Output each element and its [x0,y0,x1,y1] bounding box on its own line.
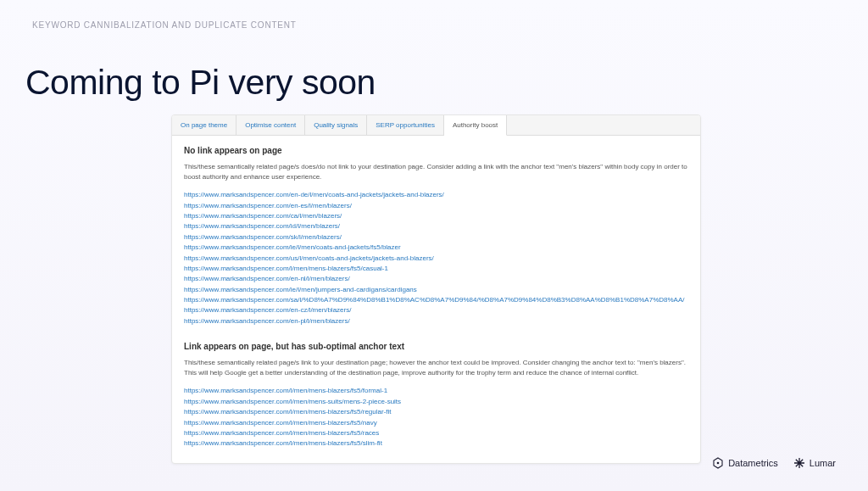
lumar-icon [793,457,805,469]
url-link[interactable]: https://www.marksandspencer.com/en-pl/l/… [184,316,688,326]
url-link[interactable]: https://www.marksandspencer.com/l/men/me… [184,428,688,438]
url-link[interactable]: https://www.marksandspencer.com/l/men/me… [184,407,688,417]
section-heading: No link appears on page [184,146,688,155]
footer-brands: Datametrics Lumar [712,457,836,469]
svg-point-0 [717,462,720,465]
url-link[interactable]: https://www.marksandspencer.com/en-nl/l/… [184,274,688,284]
url-link[interactable]: https://www.marksandspencer.com/l/men/me… [184,386,688,396]
url-link[interactable]: https://www.marksandspencer.com/l/men/me… [184,438,688,449]
url-link[interactable]: https://www.marksandspencer.com/ie/l/men… [184,285,688,295]
url-link[interactable]: https://www.marksandspencer.com/l/men/me… [184,418,688,428]
datametrics-icon [712,457,724,469]
url-link[interactable]: https://www.marksandspencer.com/en-es/l/… [184,201,688,211]
url-link[interactable]: https://www.marksandspencer.com/ca/l/men… [184,211,688,221]
url-link[interactable]: https://www.marksandspencer.com/ie/l/men… [184,243,688,253]
section-heading: Link appears on page, but has sub-optima… [184,342,688,351]
url-link[interactable]: https://www.marksandspencer.com/en-cz/l/… [184,305,688,315]
brand-datametrics: Datametrics [712,457,778,469]
report-panel: On page themeOptimise contentQuality sig… [171,114,701,464]
url-link[interactable]: https://www.marksandspencer.com/en-de/l/… [184,190,688,200]
tab-optimise-content[interactable]: Optimise content [236,115,305,135]
slide-eyebrow: KEYWORD CANNIBALIZATION AND DUPLICATE CO… [32,20,297,30]
brand-label: Lumar [810,458,836,468]
panel-content: No link appears on page This/these seman… [172,136,700,463]
url-link[interactable]: https://www.marksandspencer.com/id/l/men… [184,221,688,232]
tab-serp-opportunities[interactable]: SERP opportunities [367,115,444,135]
url-link[interactable]: https://www.marksandspencer.com/sa/l/%D8… [184,295,688,305]
tab-on-page-theme[interactable]: On page theme [172,115,236,135]
brand-lumar: Lumar [793,457,836,469]
tab-bar: On page themeOptimise contentQuality sig… [172,115,700,136]
url-link[interactable]: https://www.marksandspencer.com/us/l/men… [184,254,688,264]
section-no-link: No link appears on page This/these seman… [184,146,688,326]
url-link[interactable]: https://www.marksandspencer.com/l/men/me… [184,397,688,407]
link-list-suboptimal: https://www.marksandspencer.com/l/men/me… [184,386,688,449]
brand-label: Datametrics [728,458,778,468]
tab-authority-boost[interactable]: Authority boost [444,115,507,136]
section-suboptimal: Link appears on page, but has sub-optima… [184,342,688,449]
url-link[interactable]: https://www.marksandspencer.com/sk/l/men… [184,232,688,243]
slide-title: Coming to Pi very soon [25,63,376,103]
section-description: This/these semantically related page/s d… [184,162,688,181]
link-list-no-link: https://www.marksandspencer.com/en-de/l/… [184,190,688,326]
tab-quality-signals[interactable]: Quality signals [305,115,367,135]
url-link[interactable]: https://www.marksandspencer.com/l/men/me… [184,264,688,274]
section-description: This/these semantically related page/s l… [184,358,688,377]
